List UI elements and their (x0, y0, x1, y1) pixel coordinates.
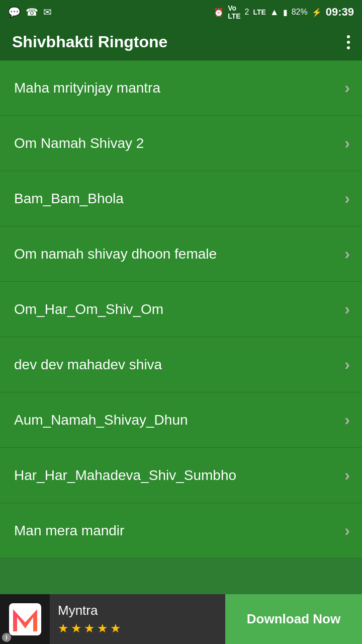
dot1 (347, 35, 350, 38)
star-3: ★ (84, 621, 95, 635)
star-half: ★ (110, 621, 121, 635)
volte-label: VoLTE (228, 4, 240, 20)
chevron-right-icon: › (344, 411, 350, 429)
item-label: Aum_Namah_Shivay_Dhun (14, 412, 338, 428)
status-left-icons: 💬 ☎ ✉ (8, 6, 52, 18)
chevron-right-icon: › (344, 355, 350, 374)
status-time: 09:39 (326, 6, 354, 19)
star-1: ★ (58, 621, 69, 635)
dot3 (347, 46, 350, 49)
charging-icon: ⚡ (312, 8, 322, 17)
list-item[interactable]: Aum_Namah_Shivay_Dhun › (0, 392, 362, 448)
list-item[interactable]: Har_Har_Mahadeva_Shiv_Sumbho › (0, 448, 362, 503)
download-now-label: Download Now (247, 611, 340, 627)
app-title: Shivbhakti Ringtone (12, 33, 167, 51)
chevron-right-icon: › (344, 521, 350, 540)
item-label: Har_Har_Mahadeva_Shiv_Sumbho (14, 467, 338, 484)
item-label: Bam_Bam_Bhola (14, 191, 338, 207)
item-label: Om_Har_Om_Shiv_Om (14, 301, 338, 317)
ringtone-list: Maha mrityinjay mantra › Om Namah Shivay… (0, 60, 362, 594)
list-item[interactable]: Om namah shivay dhoon female › (0, 226, 362, 282)
alarm-icon: ⏰ (214, 8, 224, 17)
ad-info: Myntra ★ ★ ★ ★ ★ (50, 594, 225, 644)
signal-icon: ▲ (270, 7, 279, 18)
item-label: Maha mrityinjay mantra (14, 80, 338, 96)
ad-banner: i Myntra ★ ★ ★ ★ ★ Download Now (0, 594, 362, 644)
status-right-icons: ⏰ VoLTE 2 LTE ▲ ▮ 82% ⚡ 09:39 (214, 4, 354, 20)
app-bar: Shivbhakti Ringtone (0, 24, 362, 60)
ad-brand-name: Myntra (58, 603, 217, 618)
chevron-right-icon: › (344, 189, 350, 208)
chevron-right-icon: › (344, 245, 350, 263)
list-item[interactable]: dev dev mahadev shiva › (0, 337, 362, 392)
phone-icon: ☎ (26, 6, 38, 18)
star-2: ★ (71, 621, 82, 635)
list-item[interactable]: Om_Har_Om_Shiv_Om › (0, 282, 362, 337)
ad-icon-area: i (0, 594, 50, 644)
battery-level: 82% (292, 8, 308, 17)
info-badge: i (2, 633, 11, 642)
list-item[interactable]: Om Namah Shivay 2 › (0, 116, 362, 171)
star-4: ★ (97, 621, 108, 635)
chevron-right-icon: › (344, 300, 350, 318)
chevron-right-icon: › (344, 134, 350, 152)
overflow-menu-button[interactable] (347, 35, 350, 49)
myntra-logo-icon (9, 603, 41, 635)
status-bar: 💬 ☎ ✉ ⏰ VoLTE 2 LTE ▲ ▮ 82% ⚡ 09:39 (0, 0, 362, 24)
chevron-right-icon: › (344, 78, 350, 97)
item-label: Man mera mandir (14, 523, 338, 539)
item-label: Om Namah Shivay 2 (14, 135, 338, 151)
ad-star-rating: ★ ★ ★ ★ ★ (58, 621, 217, 635)
list-item[interactable]: Bam_Bam_Bhola › (0, 171, 362, 226)
item-label: dev dev mahadev shiva (14, 357, 338, 373)
whatsapp-icon: 💬 (8, 6, 21, 18)
lte-icon: LTE (253, 8, 265, 16)
chevron-right-icon: › (344, 466, 350, 485)
gmail-icon: ✉ (43, 6, 52, 18)
item-label: Om namah shivay dhoon female (14, 246, 338, 262)
dot2 (347, 41, 350, 44)
list-item[interactable]: Man mera mandir › (0, 503, 362, 558)
sim2-icon: 2 (245, 8, 249, 17)
battery-icon: ▮ (283, 8, 288, 17)
download-now-button[interactable]: Download Now (225, 594, 362, 644)
list-item[interactable]: Maha mrityinjay mantra › (0, 60, 362, 116)
